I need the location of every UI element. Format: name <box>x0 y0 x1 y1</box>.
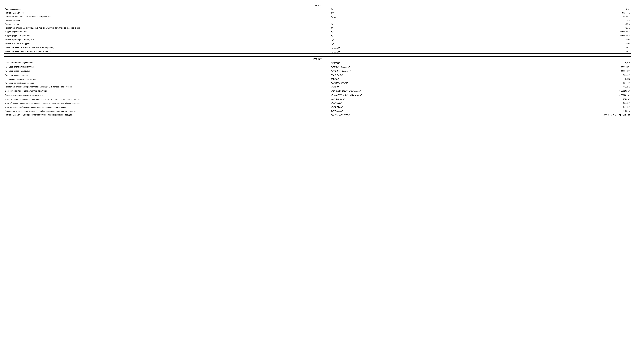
row-value: 3000000 МПа <box>506 30 631 34</box>
row-formula: Eb= <box>330 30 506 34</box>
table-row: Площадь растянутой арматуры:As=π·ds2/4·n… <box>4 65 631 69</box>
table-row: Упругопластический момент сопротивления … <box>4 105 631 109</box>
row-value: 16 мм <box>506 38 631 42</box>
row-formula: nстержн.S= <box>330 46 506 50</box>
row-label: Расстояние от наиболее растянутого волок… <box>4 85 330 89</box>
section-raschet: РАСЧЕТ Осевой момент инерции бетона:I=b·… <box>4 56 631 117</box>
row-label: Расстояние от равнодействующей усилий в … <box>4 26 330 30</box>
row-label: К-т приведения арматуры к бетону: <box>4 77 330 81</box>
row-label: Площадь сечения бетона: <box>4 73 330 77</box>
row-value: 0,346 м³ <box>506 101 631 105</box>
row-formula: nстержн.S'= <box>330 50 506 54</box>
table-row: Расстояние от точки силы N до точки, наи… <box>4 109 631 113</box>
row-value: 16 мм <box>506 42 631 46</box>
row-value: 200000 МПа <box>506 34 631 38</box>
row-label: Диаметр сжатой арматуры S': <box>4 42 330 46</box>
row-formula: b= <box>330 19 506 22</box>
row-value: 3 м <box>506 19 631 22</box>
table-row: Упругий момент сопротивления приведенног… <box>4 101 631 105</box>
table-row: Высота сечения:h=0,75 м <box>4 22 631 26</box>
row-label: Площадь растянутой арматуры: <box>4 65 330 69</box>
row-label: Упругий момент сопротивления приведенног… <box>4 101 330 105</box>
row-value: 0,105 <box>506 61 631 65</box>
row-label: Продольная сила: <box>4 8 330 11</box>
row-label: Число стержней сжатой арматуры S' (на ши… <box>4 50 330 54</box>
row-value: 0,00302 м² <box>506 69 631 73</box>
table-row: К-т приведения арматуры к бетону:α=Es/Eb… <box>4 77 631 81</box>
row-value: 15 шт. <box>506 46 631 50</box>
row-label: Площадь приведённого сечения: <box>4 81 330 85</box>
row-label: Осевой момент инерции бетона: <box>4 61 330 65</box>
row-label: Момент инерции приведенного сечения элем… <box>4 97 330 101</box>
table-row: Изгибающий момент, воспринимаемый сечени… <box>4 113 631 117</box>
row-label: Число стержней растянутой арматуры S (на… <box>4 46 330 50</box>
row-label: Расчётное сопротивление бетона осевому с… <box>4 15 330 19</box>
row-formula: As'=π·ds'2/4·nстержн.S'= <box>330 69 506 73</box>
dano-table: Продольная сила:N=0 кНИзгибающий момент:… <box>4 7 631 54</box>
row-value: 0,07 м <box>506 26 631 30</box>
row-value: 0,305 м <box>506 85 631 89</box>
row-value: 0 кН <box>506 8 631 11</box>
row-label: Упругопластический момент сопротивления … <box>4 105 330 109</box>
table-row: Площадь сечения бетона:A=b·h-As-As'=2,24… <box>4 73 631 77</box>
table-row: Диаметр сжатой арматуры S':ds'=16 мм <box>4 42 631 46</box>
table-row: Расстояние от равнодействующей усилий в … <box>4 26 631 30</box>
row-formula: α=Es/Eb= <box>330 77 506 81</box>
section-raschet-title: РАСЧЕТ <box>4 56 631 61</box>
row-value: 2,244 м² <box>506 81 631 85</box>
row-formula: Wpl=1,3·Wred= <box>330 105 506 109</box>
row-value: 0,154 м <box>506 109 631 113</box>
row-formula: h= <box>330 22 506 26</box>
table-row: Число стержней растянутой арматуры S (на… <box>4 46 631 50</box>
row-value: 697,0 кН·м > М — трещин нет <box>506 113 631 117</box>
table-row: Число стержней сжатой арматуры S' (на ши… <box>4 50 631 54</box>
table-row: Момент инерции приведенного сечения элем… <box>4 97 631 101</box>
row-formula: ds= <box>330 38 506 42</box>
row-value: 1,55 МПа <box>506 15 631 19</box>
row-formula: ds'= <box>330 42 506 46</box>
table-row: Осевой момент инерции бетона:I=b·h3/12=0… <box>4 61 631 65</box>
table-row: Продольная сила:N=0 кН <box>4 8 631 11</box>
row-formula: N= <box>330 8 506 11</box>
table-row: Расстояние от наиболее растянутого волок… <box>4 85 631 89</box>
row-formula: Is'=(π·ds4/64+π·ds'2/4·yt2)·nстержн.S'= <box>330 93 506 97</box>
row-value: 0,106 м⁴ <box>506 97 631 101</box>
table-row: Ширина сечения:b=3 м <box>4 19 631 22</box>
row-label: Модуль упругости бетона: <box>4 30 330 34</box>
row-formula: M= <box>330 11 506 15</box>
row-formula: Is=(π·ds4/64+π·ds2/4·yt2)·nстержн.S= <box>330 89 506 93</box>
row-formula: Mcrc=Rbt,ser·Wpl±N·ex= <box>330 113 506 117</box>
row-label: Модуль упругости арматуры: <box>4 34 330 38</box>
table-row: Площадь сжатой арматуры:As'=π·ds'2/4·nст… <box>4 69 631 73</box>
row-label: Ширина сечения: <box>4 19 330 22</box>
row-label: Осевой момент инерции сжатой арматуры: <box>4 93 330 97</box>
table-row: Диаметр растянутой арматуры S:ds=16 мм <box>4 38 631 42</box>
row-value: 0,000281 м⁴ <box>506 93 631 97</box>
row-value: 0,00302 м² <box>506 65 631 69</box>
row-label: Диаметр растянутой арматуры S: <box>4 38 330 42</box>
table-row: Изгибающий момент:M=531 кН·м <box>4 11 631 15</box>
row-formula: Rbt,ser= <box>330 15 506 19</box>
table-row: Осевой момент инерции сжатой арматуры:Is… <box>4 93 631 97</box>
row-formula: yt≈h/2-a= <box>330 85 506 89</box>
row-label: Расстояние от точки силы N до точки, наи… <box>4 109 330 113</box>
row-formula: As=π·ds2/4·nстержн.S= <box>330 65 506 69</box>
row-value: 0,450 м³ <box>506 105 631 109</box>
row-label: Высота сечения: <box>4 22 330 26</box>
table-row: Модуль упругости арматуры:Es=200000 МПа <box>4 34 631 38</box>
row-formula: a= <box>330 26 506 30</box>
row-label: Осевой момент инерции растянутой арматур… <box>4 89 330 93</box>
row-value: 0,000281 м⁴ <box>506 89 631 93</box>
row-label: Площадь сжатой арматуры: <box>4 69 330 73</box>
row-formula: Es= <box>330 34 506 38</box>
table-row: Расчётное сопротивление бетона осевому с… <box>4 15 631 19</box>
section-dano-title: ДАНО <box>4 3 631 7</box>
table-row: Модуль упругости бетона:Eb=3000000 МПа <box>4 30 631 34</box>
raschet-table: Осевой момент инерции бетона:I=b·h3/12=0… <box>4 61 631 117</box>
row-label: Изгибающий момент, воспринимаемый сечени… <box>4 113 330 117</box>
row-formula: Ired=I+Is·α+Is'·α= <box>330 97 506 101</box>
row-value: 15 шт. <box>506 50 631 54</box>
row-value: 531 кН·м <box>506 11 631 15</box>
row-value: 0,75 м <box>506 22 631 26</box>
row-formula: Wred=Ired/yt= <box>330 101 506 105</box>
